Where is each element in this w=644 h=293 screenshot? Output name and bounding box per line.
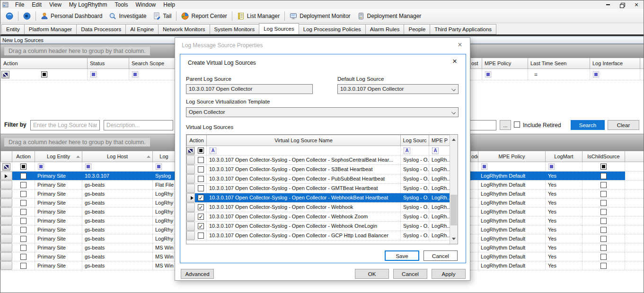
- column-header-blank[interactable]: [640, 58, 644, 69]
- column-header-action[interactable]: Action: [0, 58, 88, 69]
- log-host-cell[interactable]: gs-beats: [82, 216, 153, 225]
- row-indicator[interactable]: [0, 234, 12, 243]
- scroll-down-button[interactable]: [450, 235, 458, 243]
- vls-action-cell[interactable]: [195, 231, 207, 240]
- clear-filter-icon[interactable]: [2, 163, 10, 171]
- menu-item-view[interactable]: View: [45, 1, 65, 9]
- column-header-mpe-policy[interactable]: MPE Policy: [482, 58, 528, 69]
- logmart-cell[interactable]: Yes: [546, 243, 582, 252]
- action-cell[interactable]: [12, 172, 35, 180]
- log-type-cell[interactable]: Flat File: [153, 181, 176, 189]
- vls-log-source-cell[interactable]: Syslog - O...: [401, 174, 429, 183]
- logmart-cell[interactable]: Yes: [546, 181, 582, 189]
- vls-row[interactable]: 10.3.0.107 Open Collector-Syslog - Open …: [186, 184, 450, 193]
- log-type-cell[interactable]: Syslog: [153, 172, 176, 180]
- column-header-ost[interactable]: ost: [470, 58, 482, 69]
- vls-checkbox[interactable]: [198, 214, 204, 220]
- filter-checkbox-log-entity[interactable]: [38, 164, 44, 170]
- mpe-policy-cell[interactable]: LogRhythm Default: [478, 181, 546, 189]
- table-row[interactable]: Primary Sitegs-beatsLogRhy: [0, 198, 176, 207]
- row-indicator[interactable]: [186, 212, 195, 221]
- help-button[interactable]: [20, 11, 34, 21]
- vls-log-source-cell[interactable]: Syslog - O...: [401, 231, 429, 240]
- vls-name-cell[interactable]: 10.3.0.107 Open Collector-Syslog - Open …: [207, 165, 401, 174]
- vls-scrollbar[interactable]: [450, 135, 458, 244]
- advanced-button[interactable]: Advanced: [181, 269, 214, 279]
- report-center-button[interactable]: Report Center: [178, 11, 230, 21]
- menu-item-file[interactable]: File: [11, 1, 28, 9]
- row-indicator[interactable]: [186, 222, 195, 231]
- is-child-source-checkbox[interactable]: [600, 254, 607, 260]
- row-indicator-selected[interactable]: [0, 172, 12, 180]
- action-checkbox[interactable]: [20, 245, 26, 251]
- filter-cell-virtual-log-source-name[interactable]: A: [207, 146, 401, 155]
- column-header-search-scope[interactable]: Search Scope: [129, 58, 176, 69]
- action-checkbox[interactable]: [20, 227, 26, 233]
- panel-cancel-button[interactable]: Cancel: [423, 250, 458, 261]
- column-header-log-entity[interactable]: Log Entity: [35, 151, 82, 162]
- filter-checkbox-action[interactable]: [20, 164, 26, 170]
- column-header-log-sourc[interactable]: Log Sourc: [401, 135, 429, 146]
- vls-row[interactable]: 10.3.0.107 Open Collector-Syslog - Open …: [186, 155, 450, 165]
- clipped-cell[interactable]: [470, 234, 478, 243]
- action-checkbox[interactable]: [20, 200, 26, 206]
- log-entity-cell[interactable]: Primary Site: [35, 252, 82, 261]
- logmart-cell[interactable]: Yes: [546, 190, 582, 198]
- vls-checkbox[interactable]: [198, 185, 204, 191]
- logmart-cell[interactable]: Yes: [546, 172, 582, 180]
- table-row[interactable]: LogRhythm DefaultYes: [470, 243, 644, 252]
- logmart-cell[interactable]: Yes: [546, 198, 582, 207]
- is-child-source-checkbox[interactable]: [600, 191, 607, 197]
- vls-log-source-cell[interactable]: Syslog - O...: [401, 155, 429, 164]
- tab-log-processing-policies[interactable]: Log Processing Policies: [299, 24, 366, 34]
- row-indicator[interactable]: [186, 231, 195, 240]
- filter-cell-logmart[interactable]: [546, 162, 582, 171]
- action-checkbox[interactable]: [20, 191, 26, 197]
- log-host-cell[interactable]: gs-beats: [82, 243, 153, 252]
- table-row[interactable]: Primary Sitegs-beatsLogRhy: [0, 190, 176, 198]
- filter-checkbox-action[interactable]: [198, 147, 204, 154]
- vls-mpe-policy-cell[interactable]: LogRh...: [429, 203, 450, 212]
- is-child-source-cell[interactable]: [582, 252, 625, 261]
- log-entity-cell[interactable]: Primary Site: [35, 190, 82, 198]
- row-indicator[interactable]: [0, 181, 12, 189]
- text-filter-icon[interactable]: A: [210, 147, 216, 154]
- vls-mpe-policy-cell[interactable]: LogRh...: [429, 212, 450, 221]
- table-row[interactable]: Primary Sitegs-beatsMS Win: [0, 243, 176, 252]
- clipped-cell[interactable]: [470, 207, 478, 216]
- filter-checkbox-logmart[interactable]: [548, 164, 555, 170]
- table-row[interactable]: Primary Sitegs-beatsLogRhy: [0, 207, 176, 216]
- column-header-log[interactable]: Log: [153, 151, 176, 162]
- action-checkbox[interactable]: [20, 236, 26, 242]
- vls-checkbox[interactable]: [198, 166, 204, 172]
- clear-filter-icon[interactable]: [186, 147, 194, 155]
- vls-name-cell[interactable]: 10.3.0.107 Open Collector-Syslog - Open …: [207, 222, 401, 231]
- vls-name-cell[interactable]: 10.3.0.107 Open Collector-Syslog - Open …: [207, 184, 401, 193]
- is-child-source-checkbox[interactable]: [600, 209, 607, 215]
- vls-log-source-cell[interactable]: Syslog - O...: [401, 165, 429, 174]
- is-child-source-cell[interactable]: [582, 172, 625, 180]
- logmart-cell[interactable]: Yes: [546, 216, 582, 225]
- filter-checkbox-mpe-policy[interactable]: [481, 164, 487, 170]
- home-button[interactable]: [2, 11, 17, 21]
- action-checkbox[interactable]: [20, 218, 26, 224]
- action-checkbox[interactable]: [20, 263, 26, 269]
- action-cell[interactable]: [12, 207, 35, 216]
- log-host-cell[interactable]: gs-beats: [82, 252, 153, 261]
- vls-checkbox[interactable]: [198, 157, 204, 163]
- row-indicator[interactable]: [0, 261, 12, 270]
- log-type-cell[interactable]: MS Win: [153, 243, 176, 252]
- filter-checkbox-mpe-policy[interactable]: [485, 71, 491, 78]
- vls-action-cell[interactable]: [195, 174, 207, 183]
- investigate-button[interactable]: Investigate: [106, 11, 150, 21]
- description-input[interactable]: [104, 120, 173, 130]
- log-host-cell[interactable]: gs-beats: [82, 261, 153, 270]
- filter-cell-mpe-policy[interactable]: [478, 162, 546, 171]
- table-row[interactable]: LogRhythm DefaultYes: [470, 252, 644, 261]
- is-child-source-checkbox[interactable]: [600, 218, 607, 224]
- restore-icon[interactable]: [615, 1, 629, 9]
- mpe-policy-cell[interactable]: LogRhythm Default: [478, 190, 546, 198]
- clipped-cell[interactable]: [470, 261, 478, 270]
- filter-cell-log-interface[interactable]: [590, 69, 640, 80]
- vls-checkbox[interactable]: [198, 233, 204, 239]
